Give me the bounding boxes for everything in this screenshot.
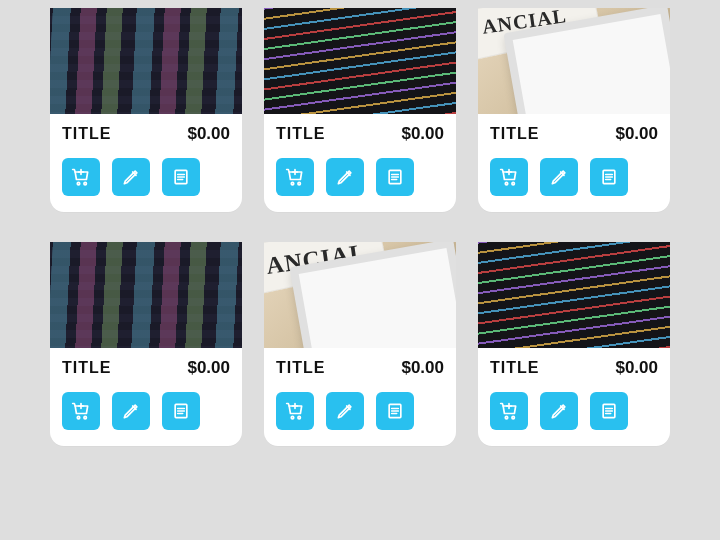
product-title: TITLE — [276, 359, 325, 377]
product-thumbnail — [478, 242, 670, 348]
edit-button[interactable] — [540, 158, 578, 196]
edit-button[interactable] — [326, 392, 364, 430]
details-button[interactable] — [590, 158, 628, 196]
document-icon — [599, 401, 619, 421]
svg-point-9 — [77, 416, 80, 419]
product-title: TITLE — [490, 359, 539, 377]
document-icon — [385, 167, 405, 187]
svg-point-4 — [298, 182, 301, 185]
product-actions — [50, 384, 242, 446]
product-price: $0.00 — [187, 358, 230, 378]
svg-point-7 — [512, 182, 515, 185]
pencil-icon — [335, 167, 355, 187]
add-to-cart-button[interactable] — [62, 158, 100, 196]
product-price: $0.00 — [615, 124, 658, 144]
edit-button[interactable] — [112, 158, 150, 196]
newspaper-headline: ANCIAL — [481, 8, 568, 39]
svg-point-0 — [77, 182, 80, 185]
pencil-icon — [121, 167, 141, 187]
add-to-cart-button[interactable] — [490, 158, 528, 196]
add-to-cart-button[interactable] — [276, 158, 314, 196]
product-meta: TITLE $0.00 — [264, 348, 456, 384]
product-meta: TITLE $0.00 — [50, 114, 242, 150]
pencil-icon — [549, 167, 569, 187]
details-button[interactable] — [590, 392, 628, 430]
product-actions — [50, 150, 242, 212]
cart-icon — [285, 401, 305, 421]
product-card: ANCIAL TITLE $0.00 — [264, 242, 456, 446]
product-actions — [478, 150, 670, 212]
product-meta: TITLE $0.00 — [264, 114, 456, 150]
product-card: TITLE $0.00 — [264, 8, 456, 212]
product-price: $0.00 — [615, 358, 658, 378]
edit-button[interactable] — [326, 158, 364, 196]
svg-point-15 — [505, 416, 508, 419]
edit-button[interactable] — [112, 392, 150, 430]
product-title: TITLE — [490, 125, 539, 143]
product-title: TITLE — [62, 125, 111, 143]
product-price: $0.00 — [401, 124, 444, 144]
details-button[interactable] — [162, 392, 200, 430]
product-price: $0.00 — [401, 358, 444, 378]
cart-icon — [285, 167, 305, 187]
document-icon — [599, 167, 619, 187]
cart-icon — [499, 167, 519, 187]
svg-point-3 — [291, 182, 294, 185]
product-thumbnail — [264, 8, 456, 114]
product-title: TITLE — [276, 125, 325, 143]
svg-point-13 — [298, 416, 301, 419]
product-thumbnail — [50, 8, 242, 114]
product-thumbnail: ANCIAL — [264, 242, 456, 348]
product-meta: TITLE $0.00 — [478, 114, 670, 150]
add-to-cart-button[interactable] — [62, 392, 100, 430]
product-grid: TITLE $0.00 TITLE — [50, 8, 670, 446]
edit-button[interactable] — [540, 392, 578, 430]
cart-icon — [71, 401, 91, 421]
pencil-icon — [121, 401, 141, 421]
add-to-cart-button[interactable] — [490, 392, 528, 430]
pencil-icon — [335, 401, 355, 421]
product-card: TITLE $0.00 — [478, 242, 670, 446]
product-meta: TITLE $0.00 — [478, 348, 670, 384]
details-button[interactable] — [376, 392, 414, 430]
product-card: TITLE $0.00 — [50, 8, 242, 212]
document-icon — [385, 401, 405, 421]
product-card: ANCIAL TITLE $0.00 — [478, 8, 670, 212]
product-thumbnail: ANCIAL — [478, 8, 670, 114]
details-button[interactable] — [376, 158, 414, 196]
newspaper-headline: ANCIAL — [265, 242, 368, 280]
product-actions — [478, 384, 670, 446]
svg-point-16 — [512, 416, 515, 419]
product-actions — [264, 150, 456, 212]
pencil-icon — [549, 401, 569, 421]
product-meta: TITLE $0.00 — [50, 348, 242, 384]
cart-icon — [71, 167, 91, 187]
cart-icon — [499, 401, 519, 421]
svg-point-6 — [505, 182, 508, 185]
product-title: TITLE — [62, 359, 111, 377]
document-icon — [171, 167, 191, 187]
product-price: $0.00 — [187, 124, 230, 144]
product-actions — [264, 384, 456, 446]
document-icon — [171, 401, 191, 421]
details-button[interactable] — [162, 158, 200, 196]
svg-point-1 — [84, 182, 87, 185]
svg-point-12 — [291, 416, 294, 419]
svg-point-10 — [84, 416, 87, 419]
product-thumbnail — [50, 242, 242, 348]
product-card: TITLE $0.00 — [50, 242, 242, 446]
add-to-cart-button[interactable] — [276, 392, 314, 430]
